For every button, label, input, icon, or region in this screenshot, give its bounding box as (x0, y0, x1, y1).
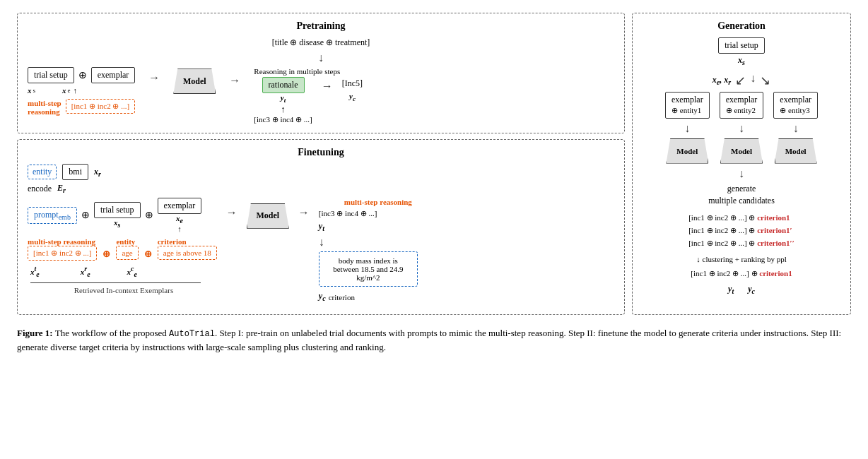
retrieved-exemplars-label: Retrieved In-context Exemplars (30, 286, 217, 294)
gen-clustering-label: ↓ clustering + ranking by ppl (696, 255, 787, 263)
inc3-inc4-ft: [inc3 ⊕ inc4 ⊕ ...] (319, 209, 377, 218)
pt-exemplar-node: exemplar (91, 67, 136, 83)
gen-final-output: [inc1 ⊕ inc2 ⊕ ...] ⊕ criterion1 (691, 269, 792, 278)
gen-branch-3: exemplar⊕ entity3 ↓ Model (773, 92, 818, 163)
ft-trial-setup-node: trial setup (94, 202, 141, 218)
gen-branch-2: exemplar⊕ entity2 ↓ Model (720, 92, 764, 163)
pt-trial-setup-node: trial setup (28, 67, 74, 83)
inc5-label: [Inc5] (342, 78, 363, 89)
bmi-node: bmi (62, 164, 88, 180)
xe-xr-label-gen: xe, xr (712, 75, 731, 86)
encode-label-ft: encode (28, 184, 52, 194)
gen-model-3: Model (775, 138, 817, 164)
ft-exemplar-node: exemplar (158, 198, 202, 214)
gen-exemplar-1: exemplar⊕ entity1 (665, 92, 710, 119)
age-node-ft: age (116, 246, 138, 260)
gen-model-1: Model (666, 138, 708, 164)
rationale-node: rationale (262, 77, 305, 93)
xe-r-label: xre (81, 265, 90, 278)
inc1-inc2-ft: [inc1 ⊕ inc2 ⊕ ...] (28, 246, 97, 261)
autotrial-name: AutoTrial (169, 329, 215, 339)
pt-model-node: Model (173, 68, 216, 94)
pretraining-input: [title ⊕ disease ⊕ treatment] (272, 37, 370, 48)
gen-generate-label: generatemultiple candidates (708, 183, 775, 207)
criterion-word-ft: criterion (329, 293, 355, 302)
gen-branches: exemplar⊕ entity1 ↓ Model exemplar⊕ enti… (665, 92, 818, 163)
gen-candidates-list: [inc1 ⊕ inc2 ⊕ ...] ⊕ criterion1 [inc1 ⊕… (688, 212, 794, 249)
arrow-branch-2: ↓ (739, 121, 744, 135)
gen-exemplar-3: exemplar⊕ entity3 (773, 92, 818, 119)
arrow-gen-candidates: ↓ (739, 167, 744, 180)
figure-label: Figure 1: (17, 328, 53, 338)
multistep-label-ft: multi-step reasoning (28, 237, 97, 246)
yc-ft: yc (319, 291, 326, 302)
arrow-branch-1: ↓ (684, 121, 690, 135)
xe-c-label: xce (127, 265, 137, 278)
criterion-box-ft: body mass index is between 18.5 and 24.9… (319, 251, 418, 287)
arrow-right-3: → (322, 80, 333, 93)
yt-ft: yt (319, 221, 324, 232)
arrow-right-1: → (148, 71, 160, 84)
arrow-right-ft-1: → (226, 206, 237, 219)
gen-yt-label: yt (728, 284, 734, 295)
criterion-ft-label: criterion (158, 237, 217, 246)
oplus-1: ⊕ (78, 69, 87, 81)
multistep-label-pt: multi-step (28, 99, 61, 107)
arrow-down-ft: ↓ (319, 235, 324, 249)
pretraining-section: Pretraining [title ⊕ disease ⊕ treatment… (17, 13, 625, 133)
reasoning-multiple-steps: Reasoning in multiple steps (254, 67, 340, 76)
generation-section: Generation trial setup xs xe, xr ↙ ↓ ↘ (632, 13, 851, 315)
pretraining-title: Pretraining (28, 20, 614, 32)
gen-exemplar-2: exemplar⊕ entity2 (720, 92, 764, 119)
age-condition-node-ft: age is above 18 (158, 246, 217, 260)
arrow-right-ft-2: → (298, 206, 310, 219)
gen-model-2: Model (720, 138, 763, 164)
arrow-right-2: → (229, 74, 240, 87)
er-label-ft: Er (57, 183, 66, 194)
arrow-branch-3: ↓ (793, 121, 799, 135)
gen-candidate-1: [inc1 ⊕ inc2 ⊕ ...] ⊕ criterion1 (688, 212, 794, 225)
generation-title: Generation (643, 20, 840, 32)
finetuning-section: Finetuning entity bmi xr encode Er promp… (17, 139, 625, 314)
entity-label-ft: entity (28, 165, 57, 179)
gen-candidate-3: [inc1 ⊕ inc2 ⊕ ...] ⊕ criterion1′′ (688, 237, 794, 250)
gen-branch-1: exemplar⊕ entity1 ↓ Model (665, 92, 710, 163)
finetuning-title: Finetuning (28, 147, 614, 158)
ft-model-node: Model (247, 203, 289, 229)
xr-label-ft: xr (94, 167, 101, 178)
figure-caption: Figure 1: The workflow of the proposed A… (17, 326, 851, 355)
reasoning-label-pt: reasoning (28, 107, 60, 116)
arrow-down-1: ↓ (28, 51, 614, 64)
multistep-right-ft: multi-step reasoning (344, 198, 412, 206)
inc1-inc2-pt: [inc1 ⊕ inc2 ⊕ ...] (66, 99, 135, 114)
gen-trial-setup: trial setup (718, 37, 765, 54)
gen-candidate-2: [inc1 ⊕ inc2 ⊕ ...] ⊕ criterion1′ (688, 225, 794, 237)
ft-prompt-emb-node: promptemb (28, 207, 77, 224)
generation-tree: trial setup xs xe, xr ↙ ↓ ↘ exemplar⊕ en… (643, 37, 840, 296)
entity-ft-label: entity (116, 237, 138, 246)
left-panel: Pretraining [title ⊕ disease ⊕ treatment… (17, 13, 625, 315)
diagram-area: Pretraining [title ⊕ disease ⊕ treatment… (17, 13, 851, 315)
gen-yc-label: yc (748, 284, 755, 295)
oplus-ft-1: ⊕ (81, 209, 90, 221)
xe-t-label: xte (30, 265, 40, 278)
oplus-ft-2: ⊕ (145, 209, 153, 221)
